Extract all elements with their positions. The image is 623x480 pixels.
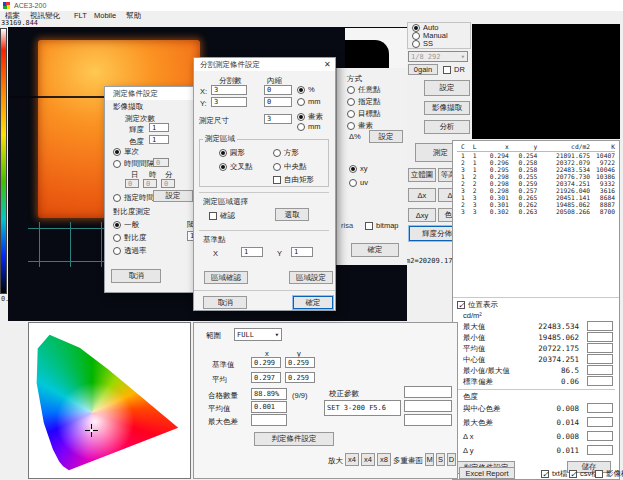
checkbox-dr[interactable]: DR (443, 65, 465, 74)
radio-specified-point[interactable]: 指定點 (347, 97, 381, 106)
pick-button[interactable]: 選取 (275, 208, 309, 221)
interval-input[interactable]: 0 (153, 158, 169, 167)
analyze-button[interactable]: 分析 (424, 120, 470, 134)
checkbox-txt[interactable]: ✓txt檔 (541, 469, 567, 478)
radio-transmittance[interactable]: 透過率 (113, 246, 147, 255)
zoom-x4-button[interactable]: x4 (345, 453, 359, 466)
area-set-button[interactable]: 區域設定 (289, 271, 333, 284)
ref-y-input[interactable]: 0.259 (285, 357, 315, 368)
split-ok-button[interactable]: 確定 (293, 296, 333, 309)
stat-button[interactable] (587, 376, 613, 386)
zoom-x4b-button[interactable]: x4 (361, 453, 375, 466)
close-icon[interactable]: ✕ (324, 60, 331, 69)
checkbox-confirm[interactable]: 確認 (209, 211, 235, 220)
radio-ss[interactable]: SS (412, 39, 433, 48)
zero-gain-button[interactable]: 0gain (408, 64, 438, 75)
stat-button[interactable] (587, 417, 613, 427)
multi-d-button[interactable]: D (447, 453, 456, 466)
radio-mm-unit[interactable]: mm (297, 122, 321, 131)
delta-x-button[interactable]: Δx (408, 188, 436, 202)
radio-pixel[interactable]: 畫素 (347, 121, 373, 130)
lum-count-input[interactable]: 1 (149, 123, 169, 132)
excel-report-button[interactable]: Excel Report (459, 467, 515, 479)
stat-button[interactable] (587, 332, 613, 342)
pass-count-input[interactable]: 88.89% (251, 388, 287, 400)
radio-center-point[interactable]: 中央點 (273, 162, 307, 171)
view3d-button[interactable]: 立體圖 (408, 168, 436, 182)
zoom-x8-button[interactable]: x8 (377, 453, 391, 466)
stat-button[interactable] (587, 431, 613, 441)
stat-button[interactable] (587, 354, 613, 364)
radio-any-point[interactable]: 任意點 (347, 85, 381, 94)
set-button[interactable]: 設定 (424, 80, 470, 96)
base-x-input[interactable]: 1 (241, 247, 263, 257)
checkbox-position-display[interactable]: ✓位置表示 (457, 300, 498, 309)
y-inset-input[interactable]: 0 (264, 97, 292, 107)
radio-schedule[interactable]: 指定時間 (113, 193, 154, 202)
radio-pixel-unit[interactable]: 畫素 (297, 112, 323, 121)
table-row[interactable]: 130.3010.26520451.1418684 (457, 194, 615, 201)
aux-box[interactable] (404, 386, 452, 398)
table-row[interactable]: 120.2980.25520776.73010386 (457, 173, 615, 180)
hour-input[interactable]: 0 (143, 179, 157, 188)
table-row[interactable]: 230.3010.26219485.0628887 (457, 201, 615, 208)
stat-button[interactable] (587, 403, 613, 413)
stat-button[interactable] (587, 445, 613, 455)
panel-judge-button[interactable]: 判定條件設定 (254, 432, 334, 446)
partial-ok-button[interactable]: 確定 (351, 243, 399, 257)
aux-box[interactable] (404, 414, 452, 426)
avg-x-input[interactable]: 0.297 (251, 372, 281, 383)
multi-m-button[interactable]: M (425, 453, 434, 466)
radio-xy[interactable]: xy (349, 164, 368, 173)
radio-target-point[interactable]: 目標點 (347, 109, 381, 118)
base-y-input[interactable]: 1 (291, 247, 313, 257)
table-row[interactable]: 320.2980.25721926.0403616 (457, 187, 615, 194)
day-input[interactable]: 0 (125, 179, 139, 188)
table-row[interactable]: 310.2950.25822483.53410046 (457, 166, 615, 173)
x-divisions-input[interactable]: 3 (211, 85, 247, 95)
avg-y-input[interactable]: 0.259 (285, 372, 315, 383)
x-inset-input[interactable]: 0 (264, 85, 292, 95)
radio-cross-point[interactable]: 交叉點 (219, 162, 253, 171)
radio-uv[interactable]: uv (349, 178, 368, 187)
chroma-count-input[interactable]: 1 (149, 135, 169, 144)
max-diff-input[interactable] (251, 414, 287, 426)
aux-box[interactable] (404, 400, 452, 412)
table-row[interactable]: 330.3020.26320508.2668700 (457, 208, 615, 215)
split-cancel-button[interactable]: 取消 (203, 296, 247, 309)
radio-single[interactable]: 單次 (113, 147, 139, 156)
radio-square[interactable]: 方形 (273, 148, 299, 157)
avg-diff-input[interactable]: 0.001 (251, 401, 287, 413)
measure-cancel-button[interactable]: 取消 (111, 269, 161, 283)
stat-button[interactable] (587, 365, 613, 375)
range-select[interactable]: FULL ▾ (234, 328, 282, 341)
menu-flt[interactable]: FLT (74, 11, 87, 20)
schedule-set-button[interactable]: 設定 (153, 190, 193, 202)
area-confirm-button[interactable]: 區域確認 (204, 271, 248, 284)
size-input[interactable]: 3 (264, 114, 292, 124)
radio-percent[interactable]: % (297, 85, 315, 94)
cie-horseshoe[interactable] (35, 328, 185, 474)
multi-s-button[interactable]: S (436, 453, 445, 466)
radio-mm[interactable]: mm (297, 97, 321, 106)
menu-help[interactable]: 幫助 (126, 11, 141, 20)
radio-interval[interactable]: 時間間隔 (113, 159, 154, 168)
radio-normal[interactable]: 一般 (113, 220, 139, 229)
stat-button[interactable] (587, 321, 613, 331)
table-row[interactable]: 110.2940.25421891.67510407 (457, 152, 615, 159)
checkbox-bitmap[interactable]: bitmap (365, 221, 399, 230)
partial-set-button[interactable]: 設定 (369, 130, 403, 143)
capture-button[interactable]: 影像擷取 (424, 101, 470, 115)
table-row[interactable]: 210.2960.25820372.0799722 (457, 159, 615, 166)
checkbox-image[interactable]: 影像檔 (595, 469, 623, 478)
ref-x-input[interactable]: 0.299 (251, 357, 281, 368)
checkbox-free-rect[interactable]: 自由矩形 (273, 175, 314, 184)
menu-mobile[interactable]: Mobile (94, 11, 116, 20)
shutter-select[interactable]: 1/8 292 ▾ (408, 51, 468, 62)
stat-button[interactable] (587, 343, 613, 353)
delta-xy-button[interactable]: Δxy (408, 208, 436, 222)
min-input[interactable]: 0 (161, 179, 175, 188)
y-divisions-input[interactable]: 3 (211, 97, 247, 107)
radio-contrast[interactable]: 對比度 (113, 233, 147, 242)
radio-circle[interactable]: 圓形 (219, 148, 245, 157)
